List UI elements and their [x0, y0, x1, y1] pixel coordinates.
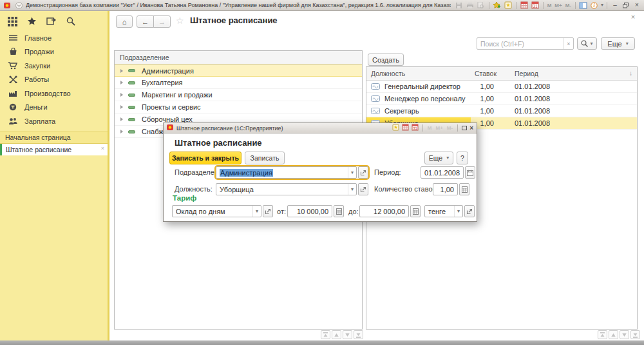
chevron-down-icon[interactable]: ▾ [348, 184, 356, 195]
calendar-picker-button[interactable] [465, 166, 475, 179]
currency-field[interactable]: тенге ▾ [424, 205, 475, 217]
tree-item-administration[interactable]: Администрация [115, 64, 362, 77]
position-combo[interactable]: Уборщица ▾ [216, 183, 357, 195]
period-field[interactable]: 01.01.2008 [421, 166, 469, 179]
favorite-toggle-icon[interactable]: ☆ [176, 16, 184, 25]
open-link-button[interactable] [464, 205, 475, 217]
print-icon[interactable] [466, 1, 475, 10]
sidebar-item-money[interactable]: Деньги [0, 101, 108, 115]
expand-icon[interactable] [120, 69, 123, 73]
sidebar-item-works[interactable]: Работы [0, 73, 108, 87]
memory-m-minus-button[interactable]: M- [446, 125, 453, 131]
move-to-top-icon[interactable] [598, 330, 607, 339]
favorites-icon[interactable] [504, 1, 513, 10]
forward-button[interactable]: → [153, 15, 171, 28]
move-down-icon[interactable] [620, 330, 629, 339]
memory-m-button[interactable]: M [427, 125, 433, 131]
move-to-bottom-icon[interactable] [354, 330, 363, 339]
add-favorite-icon[interactable] [493, 1, 502, 10]
search-clear-icon[interactable]: × [564, 38, 573, 49]
sidebar-item-sales[interactable]: Продажи [0, 45, 108, 59]
open-link-button[interactable] [358, 166, 368, 179]
print-preview-icon[interactable] [477, 1, 486, 10]
open-tab-staffing[interactable]: Штатное расписание × [0, 144, 108, 155]
move-down-icon[interactable] [343, 330, 352, 339]
positions-table-header[interactable]: Должность Ставок Период ↓ [366, 67, 637, 81]
memory-m-minus-button[interactable]: M- [565, 1, 572, 10]
search-input[interactable] [477, 38, 564, 49]
create-button[interactable]: Создать [368, 54, 404, 66]
move-up-icon[interactable] [609, 330, 618, 339]
expand-icon[interactable] [120, 105, 123, 109]
favorites-star-icon[interactable] [26, 16, 37, 26]
close-window-button[interactable]: × [632, 1, 641, 10]
position-value[interactable]: Уборщица [216, 186, 348, 193]
table-row[interactable]: Генеральный директор 1,00 01.01.2008 [366, 81, 637, 93]
calendar-31-icon[interactable]: 31 [412, 124, 419, 132]
table-row[interactable]: Менеджер по персоналу 1,00 01.01.2008 [366, 93, 637, 105]
currency-combo[interactable]: тенге ▾ [424, 205, 463, 217]
dialog-titlebar[interactable]: Штатное расписание (1С:Предприятие) 31 M… [164, 123, 477, 133]
minimize-button[interactable]: – [611, 1, 620, 10]
open-link-button[interactable] [263, 205, 273, 217]
calendar-icon[interactable] [520, 1, 529, 10]
open-link-button[interactable] [358, 183, 368, 195]
all-sections-icon[interactable] [7, 16, 18, 26]
sidebar-item-purchases[interactable]: Закупки [0, 59, 108, 73]
currency-value[interactable]: тенге [425, 208, 454, 215]
search-button[interactable]: ▾ [577, 37, 597, 50]
sort-descending-icon[interactable]: ↓ [629, 70, 632, 77]
calendar-31-icon[interactable]: 31 [531, 1, 540, 10]
calculator-button[interactable] [410, 205, 421, 217]
calculator-button[interactable] [334, 205, 344, 217]
salary-from-value[interactable]: 10 000,00 [287, 205, 332, 217]
save-and-close-button[interactable]: Записать и закрыть [169, 152, 242, 164]
department-combo[interactable]: Администрация ▾ [216, 166, 357, 179]
main-menu-button[interactable] [14, 1, 23, 10]
maximize-button[interactable] [462, 126, 467, 130]
expand-icon[interactable] [120, 117, 123, 121]
search-icon[interactable] [65, 16, 76, 26]
department-value[interactable]: Администрация [216, 169, 348, 177]
department-field[interactable]: Администрация ▾ [216, 166, 368, 179]
calculator-button[interactable] [459, 183, 469, 195]
favorites-icon[interactable] [392, 124, 399, 132]
move-to-top-icon[interactable] [321, 330, 330, 339]
column-position[interactable]: Должность [366, 67, 471, 80]
memory-m-plus-button[interactable]: M+ [435, 125, 443, 131]
close-form-button[interactable]: × [629, 13, 638, 21]
memory-m-plus-button[interactable]: M+ [554, 1, 562, 10]
dialog-more-button[interactable]: Еще ▾ [424, 152, 453, 164]
column-period[interactable]: Период [509, 70, 637, 77]
expand-icon[interactable] [120, 81, 123, 84]
salary-from-field[interactable]: 10 000,00 [287, 205, 344, 217]
sidebar-item-home-page[interactable]: Начальная страница [0, 132, 108, 144]
save-button[interactable]: Записать [245, 152, 285, 164]
tree-item-projects[interactable]: Проекты и сервис [115, 101, 362, 113]
table-row[interactable]: Секретарь 1,00 01.01.2008 [366, 105, 637, 117]
save-icon[interactable] [455, 1, 464, 10]
back-button[interactable]: ← [137, 15, 154, 28]
tree-item-accounting[interactable]: Бухгалтерия [115, 77, 362, 89]
tariff-type-combo[interactable]: Оклад по дням ▾ [172, 205, 261, 217]
salary-to-value[interactable]: 12 000,00 [359, 205, 409, 217]
tab-close-icon[interactable]: × [101, 145, 104, 152]
help-button[interactable]: ? [457, 152, 468, 164]
departments-column-header[interactable]: Подразделение [115, 51, 362, 64]
tree-item-marketing[interactable]: Маркетинг и продажи [115, 89, 362, 101]
move-to-bottom-icon[interactable] [630, 330, 640, 339]
history-icon[interactable] [46, 16, 57, 26]
sidebar-item-main[interactable]: Главное [0, 31, 108, 45]
chevron-down-icon[interactable]: ▾ [252, 206, 261, 217]
salary-to-field[interactable]: 12 000,00 [359, 205, 421, 217]
info-dropdown-icon[interactable]: ▾ [601, 3, 603, 8]
calendar-icon[interactable] [402, 124, 409, 132]
position-field[interactable]: Уборщица ▾ [216, 183, 368, 195]
rate-count-value[interactable]: 1,00 [433, 183, 458, 195]
home-button[interactable]: ⌂ [116, 15, 133, 28]
more-button[interactable]: Еще ▾ [601, 37, 635, 50]
chevron-down-icon[interactable]: ▾ [454, 206, 462, 217]
sidebar-item-salary[interactable]: Зарплата [0, 114, 108, 128]
tariff-type-field[interactable]: Оклад по дням ▾ [172, 205, 273, 217]
expand-icon[interactable] [120, 93, 123, 97]
